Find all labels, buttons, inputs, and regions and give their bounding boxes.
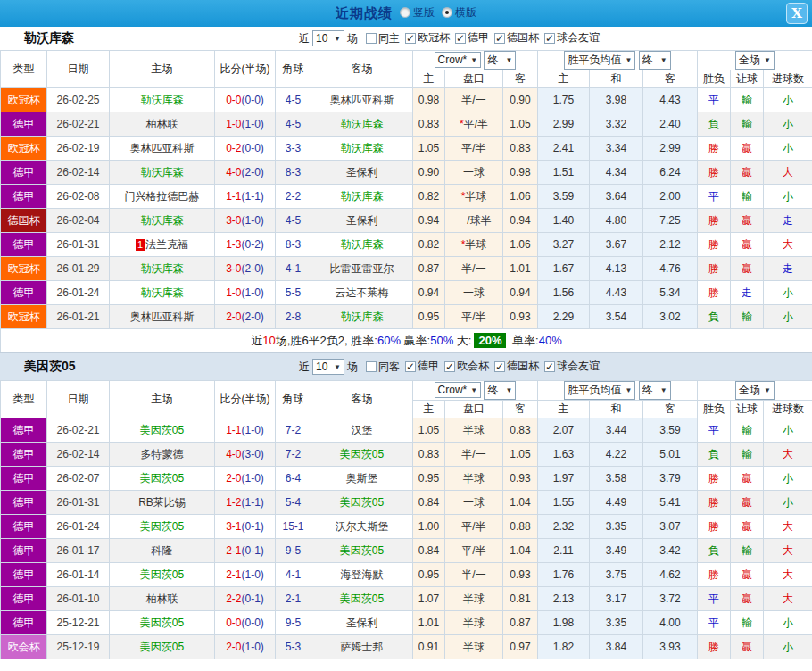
away-team[interactable]: 美因茨05 [311,587,413,611]
home-team[interactable]: 美因茨05 [110,563,215,587]
chevron-down-icon: ▼ [334,363,341,371]
avg-away: 5.01 [643,443,698,467]
half-time-score: (3-0) [242,448,264,460]
league-checkbox-德国杯[interactable]: 德国杯 [494,359,539,374]
match-row: 欧冠杯26-01-29勒沃库森3-0(2-0)4-1比雷亚雷亚尔0.87半/一1… [1,257,812,281]
away-team[interactable]: 美因茨05 [311,539,413,563]
home-team[interactable]: 奥林匹亚科斯 [110,305,215,329]
league-checkbox-德甲[interactable]: 德甲 [455,30,489,46]
away-team[interactable]: 萨姆士邦 [311,635,413,659]
corners: 4-1 [276,257,311,281]
away-team[interactable]: 沃尔夫斯堡 [311,515,413,539]
away-team[interactable]: 圣保利 [311,611,413,635]
score: 2-0(1-0) [215,467,276,491]
sub-col-head: 主 [538,70,590,88]
league-checkbox-欧冠杯[interactable]: 欧冠杯 [405,30,450,46]
match-row: 德甲26-02-14多特蒙德4-0(3-0)7-2美因茨050.83半/一1.0… [1,443,812,467]
same-venue-checkbox[interactable]: 同客 [366,360,400,375]
league-checkbox-球会友谊[interactable]: 球会友谊 [544,359,600,374]
away-team[interactable]: 云达不莱梅 [311,281,413,305]
away-team[interactable]: 勒沃库森 [311,185,413,209]
away-team[interactable]: 圣保利 [311,209,413,233]
scope-group-head: 全场▼ [698,381,812,401]
league-checkbox-欧会杯[interactable]: 欧会杯 [444,359,489,374]
league-label: 德甲 [418,359,439,374]
home-team[interactable]: 勒沃库森 [110,161,215,185]
recent-count-dropdown[interactable]: 10 ▼ [312,359,344,375]
result-goals: 大 [764,161,812,185]
home-team[interactable]: 奥林匹亚科斯 [110,137,215,161]
result-handicap: 贏 [731,233,764,257]
home-team[interactable]: 勒沃库森 [110,257,215,281]
avg-dropdown[interactable]: 胜平负均值▼ [564,381,635,400]
score: 4-0(3-0) [215,443,276,467]
odds-source-dropdown[interactable]: Crow*▼ [435,382,482,398]
home-team[interactable]: 美因茨05 [110,635,215,659]
away-team[interactable]: 美因茨05 [311,443,413,467]
result-goals: 小 [764,491,812,515]
same-venue-label: 同主 [378,31,400,46]
scope-dropdown[interactable]: 全场▼ [735,51,775,70]
same-venue-checkbox[interactable]: 同主 [366,31,400,46]
home-team[interactable]: 门兴格拉德巴赫 [110,185,215,209]
away-team[interactable]: 勒沃库森 [311,305,413,329]
home-team[interactable]: 美因茨05 [110,515,215,539]
home-team[interactable]: 美因茨05 [110,467,215,491]
layout-radio-竖版[interactable]: 竖版 [400,5,435,21]
home-team[interactable]: 美因茨05 [110,418,215,443]
corners: 4-5 [276,112,311,137]
close-button[interactable]: X [786,3,808,24]
league-checkbox-德国杯[interactable]: 德国杯 [494,30,539,46]
away-team[interactable]: 海登海默 [311,563,413,587]
avg-dropdown[interactable]: 胜平负均值▼ [564,51,635,70]
league-checkbox-德甲[interactable]: 德甲 [405,359,439,374]
odds-source-dropdown[interactable]: Crow*▼ [435,52,482,68]
match-date: 26-02-21 [47,418,110,443]
home-team-name: 柏林联 [146,118,178,130]
checkbox-icon [544,361,555,372]
away-team[interactable]: 勒沃库森 [311,233,413,257]
league-checkbox-球会友谊[interactable]: 球会友谊 [544,30,600,46]
away-team[interactable]: 勒沃库森 [311,112,413,137]
away-team[interactable]: 美因茨05 [311,491,413,515]
away-team[interactable]: 汉堡 [311,418,413,443]
half-time-score: (1-0) [242,214,264,227]
odds-final-dropdown[interactable]: 终▼ [484,381,516,400]
corners: 7-2 [276,418,311,443]
home-team[interactable]: 勒沃库森 [110,209,215,233]
layout-radio-横版[interactable]: 横版 [442,5,476,21]
home-team[interactable]: 美因茨05 [110,611,215,635]
avg-final-dropdown[interactable]: 终▼ [639,381,671,400]
col-head-home: 主场 [110,51,215,88]
result-outcome: 負 [698,112,731,137]
odds-away: 0.90 [503,88,538,112]
checkbox-icon [494,361,505,372]
home-team[interactable]: 多特蒙德 [110,443,215,467]
odds-final-dropdown[interactable]: 终▼ [484,51,516,70]
avg-final-dropdown[interactable]: 终▼ [639,51,671,70]
away-team[interactable]: 勒沃库森 [311,137,413,161]
home-team[interactable]: 勒沃库森 [110,281,215,305]
title-bar: 近期战绩 竖版横版 X [0,0,812,27]
away-team[interactable]: 圣保利 [311,161,413,185]
corners: 3-3 [276,137,311,161]
home-team-name: 美因茨05 [140,424,184,436]
away-team[interactable]: 奥斯堡 [311,467,413,491]
odds-away: 0.93 [503,467,538,491]
home-team[interactable]: RB莱比锡 [110,491,215,515]
radio-icon [442,7,452,18]
half-time-score: (1-1) [242,190,264,203]
score: 2-1(0-1) [215,539,276,563]
away-team[interactable]: 比雷亚雷亚尔 [311,257,413,281]
result-handicap: 輸 [731,539,764,563]
home-team[interactable]: 1法兰克福 [110,233,215,257]
scope-dropdown[interactable]: 全场▼ [735,381,775,400]
recent-count-dropdown[interactable]: 10 ▼ [312,30,344,46]
home-team[interactable]: 勒沃库森 [110,88,215,112]
avg-away: 3.93 [643,635,698,659]
away-team[interactable]: 奥林匹亚科斯 [311,88,413,112]
odds-home: 0.84 [413,539,445,563]
home-team[interactable]: 科隆 [110,539,215,563]
home-team[interactable]: 柏林联 [110,112,215,137]
home-team[interactable]: 柏林联 [110,587,215,611]
